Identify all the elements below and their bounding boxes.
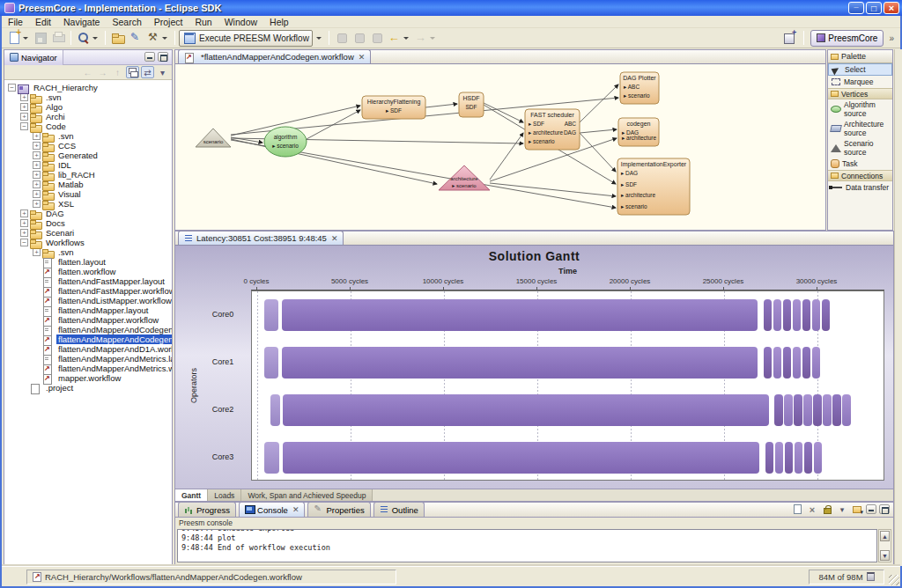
tree-item[interactable]: +.svn (4, 247, 172, 257)
display-selected-console-icon[interactable] (791, 503, 803, 515)
tree-item[interactable]: flattenAndMapperAndCodegen.workflow (4, 334, 172, 344)
back-dropdown-icon[interactable] (403, 37, 409, 40)
scroll-lock-icon[interactable] (821, 503, 833, 515)
resize-grip[interactable] (889, 575, 899, 585)
diagram-node-hierarchy-flattening[interactable]: HierarchyFlattening▸ SDF (362, 96, 425, 119)
search-button[interactable] (75, 29, 101, 47)
maximize-view-icon[interactable] (158, 52, 168, 62)
diagram-edge[interactable] (484, 103, 523, 122)
expander-icon[interactable]: + (20, 229, 28, 237)
tree-item[interactable]: −Code (4, 121, 172, 131)
tree-item[interactable]: flattenAndMapperAndCodegen.layout (4, 325, 172, 334)
tree-item[interactable]: +CCS (4, 141, 172, 151)
diagram-node-algorithm[interactable]: algorithm▸ scenario (264, 127, 307, 157)
gantt-bottom-tab[interactable]: Gantt (175, 489, 208, 501)
external-tools-button[interactable] (144, 29, 171, 47)
tree-item[interactable]: +Scenari (4, 228, 172, 238)
console-scrollbar[interactable]: ▲ ▼ (878, 529, 891, 562)
tree-item[interactable]: flattenAndMapper.layout (4, 305, 172, 315)
expander-icon[interactable]: + (20, 103, 28, 111)
diagram-edge[interactable] (580, 85, 618, 122)
close-window-icon[interactable] (884, 2, 899, 14)
editor-tab[interactable]: *flattenAndMapperAndCodegen.workflow ✕ (178, 49, 371, 63)
diagram-edge[interactable] (425, 104, 457, 107)
diagram-edge[interactable] (490, 183, 616, 196)
tree-item[interactable]: flatten.workflow (4, 267, 172, 276)
tree-item[interactable]: flatten.layout (4, 257, 172, 267)
tree-item[interactable]: flattenAndMapperAndMetrics.layout (4, 354, 172, 364)
palette-algorithm-source[interactable]: Algorithm source (828, 99, 892, 119)
tree-item[interactable]: .project (4, 383, 172, 393)
expander-icon[interactable]: + (33, 190, 41, 198)
expander-icon[interactable]: − (20, 122, 28, 130)
tab-properties[interactable]: Properties (307, 502, 370, 517)
tree-item[interactable]: +DAG (4, 209, 172, 218)
expander-icon[interactable]: + (33, 132, 41, 140)
scroll-down-icon[interactable]: ▼ (880, 550, 890, 561)
expander-icon[interactable]: + (20, 219, 28, 227)
close-tab-icon[interactable]: ✕ (292, 505, 299, 514)
tree-item[interactable]: +.svn (4, 92, 172, 102)
expander-icon[interactable]: + (20, 93, 28, 101)
tree-item[interactable]: +Docs (4, 218, 172, 228)
scroll-up-icon[interactable]: ▲ (880, 531, 890, 541)
open-console-icon[interactable] (851, 503, 863, 515)
tab-progress[interactable]: Progress (178, 502, 236, 517)
minimize-window-icon[interactable] (848, 2, 864, 14)
debug-button[interactable] (351, 29, 368, 47)
external-tools-dropdown-icon[interactable] (162, 37, 167, 40)
new-dropdown-icon[interactable] (23, 37, 28, 40)
expander-icon[interactable]: + (33, 142, 41, 150)
tree-item[interactable]: flattenAndMapper.workflow (4, 315, 172, 325)
minimize-view-icon[interactable] (144, 52, 155, 62)
minimize-view-icon[interactable] (866, 504, 876, 514)
tree-item[interactable]: +Algo (4, 102, 172, 112)
last-edit-button[interactable] (368, 29, 386, 47)
preesmcore-perspective-button[interactable]: PreesmCore (810, 30, 884, 47)
maximize-view-icon[interactable] (879, 504, 890, 514)
tree-item[interactable]: +Archi (4, 112, 172, 121)
maximize-window-icon[interactable] (866, 2, 882, 14)
open-resource-button[interactable] (109, 29, 127, 47)
pin-console-icon[interactable] (836, 503, 848, 515)
expander-icon[interactable]: + (33, 248, 41, 256)
palette-scenario-source[interactable]: Scenario source (828, 138, 892, 158)
tree-item[interactable]: +lib_RACH (4, 170, 172, 180)
close-tab-icon[interactable]: ✕ (331, 234, 338, 243)
tree-item[interactable]: +Matlab (4, 180, 172, 189)
menu-help[interactable]: Help (263, 17, 295, 27)
tree-item[interactable]: +.svn (4, 131, 172, 141)
diagram-edge[interactable] (307, 110, 360, 139)
palette-select-tool[interactable]: Select (828, 63, 892, 76)
tree-item[interactable]: flattenAndListMapper.workflow (4, 296, 172, 305)
execute-dropdown-button[interactable] (313, 29, 325, 47)
palette-task[interactable]: Task (828, 158, 892, 170)
menu-navigate[interactable]: Navigate (57, 17, 106, 27)
palette-drawer-vertices[interactable]: Vertices (828, 88, 892, 99)
tree-item[interactable]: −Workflows (4, 238, 172, 247)
view-menu-icon[interactable]: ▾ (156, 66, 169, 78)
nav-up-icon[interactable]: ↑ (111, 66, 124, 78)
diagram-node-dag-plotter[interactable]: DAG Plotter▸ ABC▸ scenario (620, 72, 659, 104)
tree-item[interactable]: +IDL (4, 160, 172, 170)
gantt-tab[interactable]: Latency:30851 Cost:38951 9:48:45 ✕ (178, 231, 344, 245)
back-button[interactable] (386, 29, 412, 47)
navigator-tab[interactable]: Navigator (4, 50, 63, 65)
palette-data-transfer[interactable]: Data transfer (828, 181, 892, 194)
tree-item[interactable]: flattenAndFastMapper.workflow (4, 286, 172, 296)
expander-icon[interactable]: + (33, 180, 41, 188)
open-perspective-icon[interactable] (781, 30, 797, 46)
close-tab-icon[interactable]: ✕ (359, 53, 366, 62)
menu-edit[interactable]: Edit (29, 17, 57, 27)
expander-icon[interactable]: + (33, 171, 41, 179)
diagram-node-fast-scheduler[interactable]: FAST scheduler▸ SDF▸ architecture▸ scena… (525, 109, 580, 150)
print-button[interactable] (49, 29, 67, 47)
diagram-node-scenario-source[interactable]: scenario (196, 129, 231, 147)
expander-icon[interactable]: − (8, 84, 16, 92)
diagram-node-implementation-exporter[interactable]: ImplementationExporter▸ DAG▸ SDF▸ archit… (617, 158, 690, 215)
forward-dropdown-icon[interactable] (430, 37, 435, 40)
menu-window[interactable]: Window (218, 17, 263, 27)
tree-item[interactable]: flattenAndMapperAndD1A.workflow (4, 344, 172, 354)
diagram-node-hsdf[interactable]: HSDFSDF (459, 92, 484, 117)
tab-outline[interactable]: Outline (373, 502, 425, 517)
